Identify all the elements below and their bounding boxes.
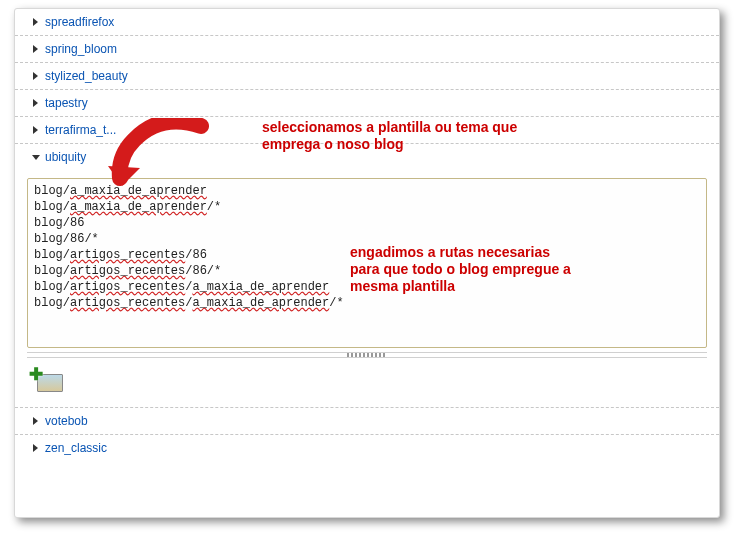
- theme-row[interactable]: votebob: [15, 408, 719, 435]
- caret-right-icon: [33, 72, 38, 80]
- theme-row-expanded[interactable]: ubiquity: [15, 144, 719, 170]
- resize-handle-track: [27, 352, 707, 358]
- theme-link[interactable]: spring_bloom: [45, 42, 117, 56]
- caret-right-icon: [33, 126, 38, 134]
- theme-row[interactable]: spring_bloom: [15, 36, 719, 63]
- paths-textarea[interactable]: blog/a_maxia_de_aprenderblog/a_maxia_de_…: [27, 178, 707, 348]
- theme-link[interactable]: ubiquity: [45, 150, 86, 164]
- theme-row[interactable]: terrafirma_t...: [15, 117, 719, 144]
- theme-link[interactable]: stylized_beauty: [45, 69, 128, 83]
- theme-link[interactable]: zen_classic: [45, 441, 107, 455]
- theme-link[interactable]: spreadfirefox: [45, 15, 114, 29]
- theme-link[interactable]: terrafirma_t...: [45, 123, 116, 137]
- caret-down-icon: [32, 155, 40, 160]
- plus-icon: ✚: [29, 368, 44, 383]
- theme-link[interactable]: tapestry: [45, 96, 88, 110]
- caret-right-icon: [33, 417, 38, 425]
- add-image-button[interactable]: ✚: [29, 368, 63, 392]
- caret-right-icon: [33, 444, 38, 452]
- caret-right-icon: [33, 45, 38, 53]
- theme-row[interactable]: stylized_beauty: [15, 63, 719, 90]
- theme-expanded-content: blog/a_maxia_de_aprenderblog/a_maxia_de_…: [15, 170, 719, 408]
- theme-link[interactable]: votebob: [45, 414, 88, 428]
- caret-right-icon: [33, 18, 38, 26]
- theme-row[interactable]: zen_classic: [15, 435, 719, 461]
- resize-handle[interactable]: [347, 353, 387, 357]
- theme-row[interactable]: spreadfirefox: [15, 9, 719, 36]
- themes-panel: spreadfirefox spring_bloom stylized_beau…: [14, 8, 720, 518]
- theme-row[interactable]: tapestry: [15, 90, 719, 117]
- caret-right-icon: [33, 99, 38, 107]
